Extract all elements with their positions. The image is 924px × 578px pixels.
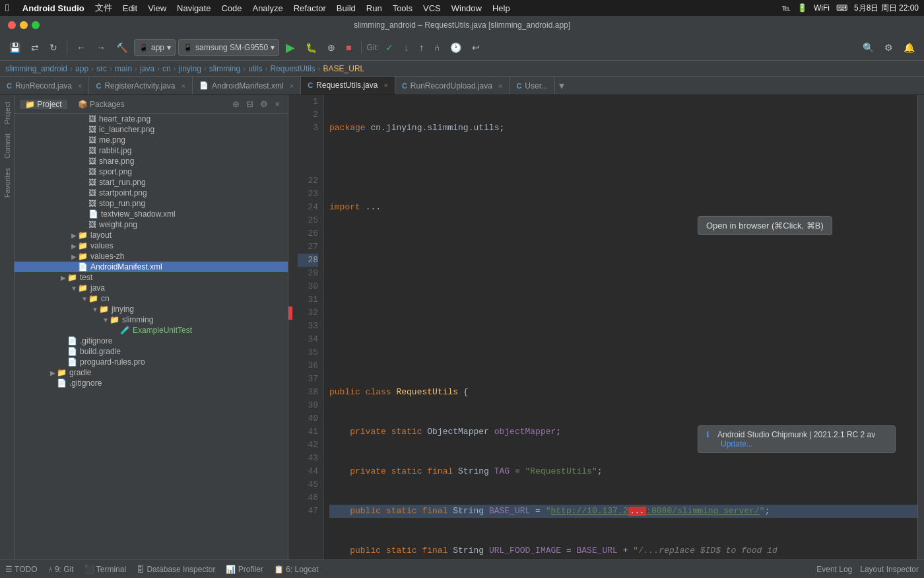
close-button[interactable]	[8, 21, 16, 29]
menu-view[interactable]: View	[148, 3, 166, 13]
menu-run[interactable]: Run	[366, 3, 382, 13]
git-commit[interactable]: ✓	[381, 38, 397, 57]
tree-item-exampleunittest[interactable]: 🧪 ExampleUnitTest	[15, 325, 288, 336]
sidebar-collapse-btn[interactable]: ⊟	[244, 98, 256, 110]
bottom-tool-profiler[interactable]: 📊 Profiler	[226, 565, 263, 574]
tree-item-heart-rate[interactable]: 🖼 heart_rate.png	[15, 114, 288, 124]
tree-item-proguard[interactable]: 📄 proguard-rules.pro	[15, 357, 288, 367]
menu-build[interactable]: Build	[337, 3, 356, 13]
bottom-tool-database[interactable]: 🗄 Database Inspector	[137, 565, 215, 574]
refresh-button[interactable]: ↻	[46, 38, 61, 57]
tree-item-start-run[interactable]: 🖼 start_run.png	[15, 177, 288, 188]
tabs-overflow[interactable]: ▾	[555, 77, 568, 94]
sidebar-sync-btn[interactable]: ⊕	[230, 98, 242, 110]
tab-requestutils[interactable]: C RequestUtils.java ×	[301, 77, 395, 94]
tree-item-jinying[interactable]: ▼ 📁 jinying	[15, 304, 288, 314]
stop-button[interactable]: ■	[342, 38, 355, 57]
tree-item-build-gradle[interactable]: 📄 build.gradle	[15, 346, 288, 357]
maximize-button[interactable]	[32, 21, 40, 29]
save-button[interactable]: 💾	[5, 38, 24, 57]
bc-slimming[interactable]: slimming	[209, 64, 240, 73]
tab-registeractivity[interactable]: C RegisterActivity.java ×	[89, 77, 193, 94]
tree-item-gitignore-root[interactable]: 📄 .gitignore	[15, 378, 288, 388]
build-button[interactable]: 🔨	[112, 38, 131, 57]
tab-close-runrecordupload[interactable]: ×	[498, 82, 502, 90]
tree-item-weight[interactable]: 🖼 weight.png	[15, 219, 288, 230]
tree-item-gitignore[interactable]: 📄 .gitignore	[15, 336, 288, 346]
bottom-tool-todo[interactable]: ☰ TODO	[5, 565, 38, 574]
tree-item-me[interactable]: 🖼 me.png	[15, 135, 288, 145]
tab-runrecord[interactable]: C RunRecord.java ×	[0, 77, 89, 94]
tab-user[interactable]: C User...	[510, 77, 555, 94]
tree-item-sport[interactable]: 🖼 sport.png	[15, 166, 288, 177]
tree-item-textview-shadow[interactable]: 📄 textview_shadow.xml	[15, 209, 288, 219]
search-everywhere[interactable]: 🔍	[859, 38, 878, 57]
bc-app[interactable]: app	[75, 64, 88, 73]
panel-project[interactable]: Project	[2, 98, 13, 128]
settings-button[interactable]: ⚙	[880, 38, 897, 57]
git-history[interactable]: 🕐	[446, 38, 465, 57]
tab-close-register[interactable]: ×	[182, 82, 185, 90]
run-button[interactable]: ▶	[282, 38, 299, 57]
bc-src[interactable]: src	[96, 64, 107, 73]
bottom-tool-logcat[interactable]: 📋 6: Logcat	[274, 565, 319, 574]
bc-slimming-android[interactable]: slimming_android	[5, 64, 67, 73]
tree-item-values[interactable]: ▶ 📁 values	[15, 240, 288, 251]
git-push[interactable]: ↑	[415, 38, 428, 57]
back-button[interactable]: ←	[73, 38, 90, 57]
tree-item-stop-run[interactable]: 🖼 stop_run.png	[15, 198, 288, 209]
bc-utils[interactable]: utils	[248, 64, 262, 73]
sidebar-tab-project[interactable]: 📁 Project	[20, 100, 67, 109]
tree-item-cn[interactable]: ▼ 📁 cn	[15, 293, 288, 304]
bottom-tool-git[interactable]: ⑃ 9: Git	[48, 565, 74, 574]
module-selector[interactable]: 📱 app ▾	[134, 39, 176, 56]
sidebar-settings-btn[interactable]: ⚙	[257, 98, 271, 110]
panel-commit[interactable]: Commit	[2, 129, 13, 163]
menu-vcs[interactable]: VCS	[423, 3, 441, 13]
tree-item-androidmanifest[interactable]: 📄 AndroidManifest.xml	[15, 262, 288, 272]
tree-item-gradle-folder[interactable]: ▶ 📁 gradle	[15, 367, 288, 378]
debug-button[interactable]: 🐛	[302, 38, 321, 57]
menu-tools[interactable]: Tools	[393, 3, 412, 13]
tree-item-startpoint[interactable]: 🖼 startpoint.png	[15, 188, 288, 198]
tab-androidmanifest[interactable]: 📄 AndroidManifest.xml ×	[193, 77, 301, 94]
tree-item-ic-launcher[interactable]: 🖼 ic_launcher.png	[15, 124, 288, 135]
tab-runrecordupload[interactable]: C RunRecordUpload.java ×	[395, 77, 510, 94]
bc-main[interactable]: main	[115, 64, 132, 73]
minimize-button[interactable]	[20, 21, 28, 29]
menu-edit[interactable]: Edit	[123, 3, 137, 13]
tree-item-java[interactable]: ▼ 📁 java	[15, 283, 288, 293]
panel-favorites[interactable]: Favorites	[2, 164, 13, 201]
scrollbar-vertical[interactable]	[917, 95, 924, 560]
tab-close-requestutils[interactable]: ×	[383, 81, 387, 89]
bc-requestutils[interactable]: RequestUtils	[271, 64, 315, 73]
tree-item-test[interactable]: ▶ 📁 test	[15, 272, 288, 283]
device-selector[interactable]: 📱 samsung SM-G9550 ▾	[178, 39, 279, 56]
event-log-button[interactable]: Event Log	[816, 565, 852, 574]
git-merge[interactable]: ⑃	[430, 38, 444, 57]
tab-close-runrecord[interactable]: ×	[78, 82, 82, 90]
forward-button[interactable]: →	[92, 38, 110, 57]
tree-item-values-zh[interactable]: ▶ 📁 values-zh	[15, 251, 288, 262]
tab-close-manifest[interactable]: ×	[290, 82, 294, 90]
menu-window[interactable]: Window	[451, 3, 482, 13]
profile-button[interactable]: ⊕	[323, 38, 339, 57]
sync-button[interactable]: ⇄	[27, 38, 43, 57]
code-content[interactable]: package cn.jinying.slimming.utils; impor…	[324, 95, 917, 560]
sidebar-close-btn[interactable]: ×	[272, 98, 282, 110]
menu-analyze[interactable]: Analyze	[252, 3, 282, 13]
bc-java[interactable]: java	[140, 64, 154, 73]
menu-file[interactable]: 文件	[95, 2, 112, 14]
code-area[interactable]: 1 2 3 22 23 24 25 26 27 28 29 30 31 32 3…	[288, 95, 924, 560]
notifications-button[interactable]: 🔔	[900, 38, 919, 57]
bottom-tool-terminal[interactable]: ⬛ Terminal	[84, 565, 126, 574]
menu-refactor[interactable]: Refactor	[294, 3, 326, 13]
git-update[interactable]: ↓	[400, 38, 412, 57]
git-revert[interactable]: ↩	[468, 38, 484, 57]
sidebar-tab-packages[interactable]: 📦 Packages	[73, 100, 130, 109]
menu-code[interactable]: Code	[221, 3, 242, 13]
update-link[interactable]: Update...	[721, 439, 753, 449]
menu-navigate[interactable]: Navigate	[177, 3, 211, 13]
bc-cn[interactable]: cn	[162, 64, 171, 73]
tree-item-rabbit[interactable]: 🖼 rabbit.jpg	[15, 145, 288, 156]
